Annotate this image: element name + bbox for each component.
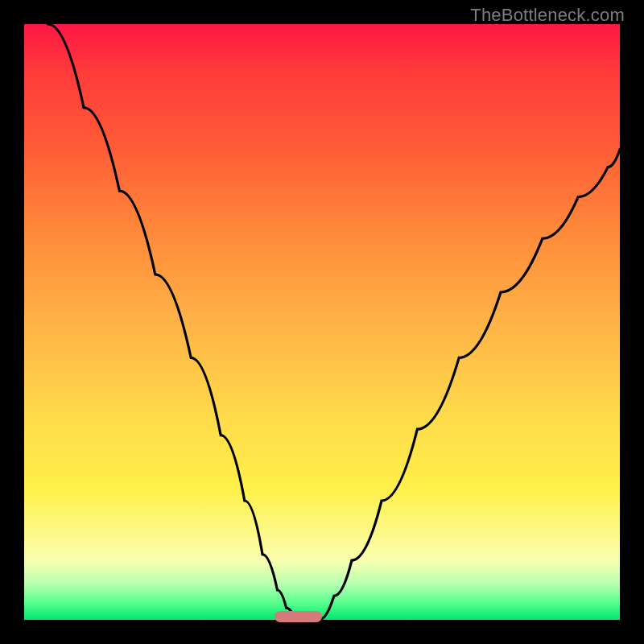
curve-layer bbox=[24, 24, 620, 620]
plot-area bbox=[24, 24, 620, 620]
left-curve-path bbox=[48, 24, 295, 620]
notch-marker bbox=[275, 611, 322, 622]
watermark-text: TheBottleneck.com bbox=[470, 5, 625, 26]
right-curve-path bbox=[319, 149, 620, 620]
outer-frame: TheBottleneck.com bbox=[0, 0, 644, 644]
